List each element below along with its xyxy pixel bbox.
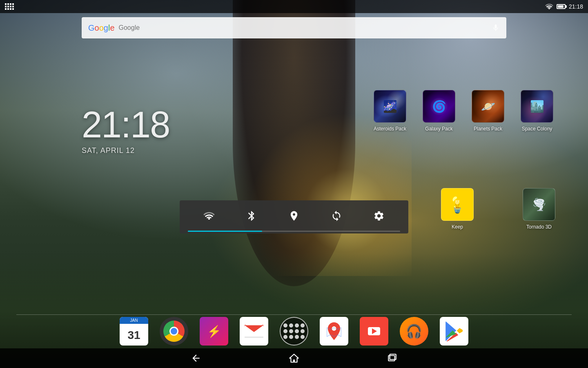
calendar-day: 31 (127, 324, 140, 346)
app-icon-asteroids[interactable]: 🌌 Asteroids Pack (372, 90, 408, 132)
galaxy-visual: 🌀 (423, 90, 455, 122)
qs-wifi-button[interactable] (200, 207, 218, 225)
dock-all-apps[interactable] (280, 317, 308, 346)
nav-bar (0, 348, 588, 368)
clock-time: 21:18 (82, 106, 169, 143)
spacecolony-visual: 🏙️ (521, 90, 553, 122)
nav-recents-button[interactable] (384, 350, 400, 366)
app-icon-spacecolony[interactable]: 🏙️ Space Colony (519, 90, 555, 132)
tornado-visual: 🌪️ (523, 188, 555, 220)
chrome-ring (163, 321, 185, 342)
dock-play-store[interactable] (440, 317, 468, 346)
calendar-header: JAN (120, 317, 148, 324)
youtube-play-icon (368, 327, 380, 335)
grid-menu-icon (5, 3, 14, 10)
spacecolony-label: Space Colony (522, 126, 552, 132)
search-input[interactable] (119, 17, 492, 38)
google-logo: Google (88, 23, 115, 33)
dock-maps[interactable] (320, 317, 348, 346)
quick-settings-panel (180, 200, 408, 233)
planets-visual: 🪐 (472, 90, 504, 122)
asteroids-visual: 🌌 (374, 90, 406, 122)
dock-music[interactable]: 🎧 (400, 317, 428, 346)
fusion-visual: ⚡ (207, 325, 221, 338)
app-icon-planets[interactable]: 🪐 Planets Pack (470, 90, 506, 132)
wifi-icon (545, 3, 553, 10)
battery-icon (557, 4, 566, 9)
dock-gmail[interactable] (240, 317, 268, 346)
qs-location-button[interactable] (285, 207, 303, 225)
brightness-slider-fill (188, 231, 262, 232)
asteroids-icon-img: 🌌 (374, 90, 406, 123)
clock: 21:18 SAT, APRIL 12 (82, 106, 169, 155)
app-icon-keep[interactable]: 💡 Keep (441, 188, 474, 231)
brightness-slider-track[interactable] (188, 231, 400, 232)
planets-label: Planets Pack (474, 126, 502, 132)
search-bar[interactable]: Google (82, 17, 506, 38)
keep-label: Keep (452, 224, 463, 231)
status-bar: 21:18 (0, 0, 588, 13)
mic-icon[interactable] (492, 22, 500, 33)
gmail-icon (244, 323, 264, 339)
dock-fusion[interactable]: ⚡ (200, 317, 228, 346)
maps-icon (323, 321, 345, 342)
dock: JAN 31 ⚡ (0, 317, 588, 346)
dock-separator (16, 314, 572, 315)
apps-grid-icon (283, 323, 305, 339)
app-grid: 🌌 Asteroids Pack 🌀 Galaxy Pack 🪐 Planets… (372, 90, 555, 132)
app-icon-galaxy[interactable]: 🌀 Galaxy Pack (421, 90, 457, 132)
asteroids-label: Asteroids Pack (374, 126, 406, 132)
galaxy-icon-img: 🌀 (423, 90, 455, 123)
dock-youtube[interactable] (360, 317, 388, 346)
nav-back-button[interactable] (188, 350, 204, 366)
app-icon-tornado[interactable]: 🌪️ Tornado 3D (523, 188, 555, 231)
nav-home-button[interactable] (286, 350, 302, 366)
app-grid-row2: 💡 Keep 🌪️ Tornado 3D (441, 188, 555, 231)
headphones-icon: 🎧 (406, 323, 422, 339)
planets-icon-img: 🪐 (472, 90, 504, 123)
spacecolony-icon-img: 🏙️ (521, 90, 553, 123)
status-time: 21:18 (569, 3, 583, 10)
status-right: 21:18 (545, 3, 583, 10)
qs-sync-button[interactable] (327, 207, 345, 225)
svg-point-1 (208, 218, 210, 220)
dock-calendar[interactable]: JAN 31 (120, 317, 148, 346)
svg-point-0 (548, 8, 550, 9)
status-left (5, 3, 14, 10)
tornado-label: Tornado 3D (526, 224, 552, 231)
chrome-inner (169, 327, 178, 336)
battery-fill (558, 5, 564, 8)
qs-bluetooth-button[interactable] (243, 207, 261, 225)
youtube-play-triangle (372, 328, 377, 334)
keep-icon-img: 💡 (441, 188, 474, 221)
galaxy-label: Galaxy Pack (425, 126, 452, 132)
qs-settings-button[interactable] (370, 207, 388, 225)
play-store-icon (444, 321, 464, 341)
dock-chrome[interactable] (160, 317, 188, 346)
keep-bulb: 💡 (447, 196, 468, 213)
tornado-icon-img: 🌪️ (523, 188, 555, 221)
sun-rays (248, 112, 412, 276)
quick-settings-icons (188, 207, 400, 225)
clock-date: SAT, APRIL 12 (82, 146, 169, 155)
